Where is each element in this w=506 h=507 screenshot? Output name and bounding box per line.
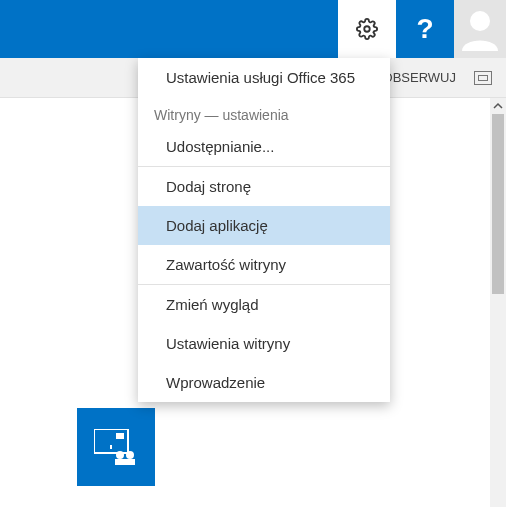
help-button[interactable]: ? (396, 0, 454, 58)
menu-section-header-sites: Witryny — ustawienia (138, 97, 390, 127)
svg-point-1 (470, 11, 490, 31)
svg-point-6 (126, 451, 134, 459)
scroll-thumb[interactable] (492, 114, 504, 294)
svg-rect-2 (94, 429, 128, 453)
promoted-tile[interactable] (77, 408, 155, 486)
person-icon (460, 7, 500, 51)
svg-rect-3 (116, 433, 124, 439)
menu-item-change-look[interactable]: Zmień wygląd (138, 285, 390, 324)
menu-item-site-settings[interactable]: Ustawienia witryny (138, 324, 390, 363)
menu-item-site-contents[interactable]: Zawartość witryny (138, 245, 390, 284)
menu-item-share[interactable]: Udostępnianie... (138, 127, 390, 166)
help-icon: ? (416, 13, 433, 45)
follow-label[interactable]: OBSERWUJ (383, 70, 456, 85)
focus-content-icon[interactable] (474, 71, 492, 85)
menu-item-getting-started[interactable]: Wprowadzenie (138, 363, 390, 402)
svg-rect-8 (125, 459, 135, 465)
gear-icon (356, 18, 378, 40)
settings-button[interactable] (338, 0, 396, 58)
org-chart-icon (94, 429, 138, 465)
suite-bar: ? (0, 0, 506, 58)
user-avatar[interactable] (454, 0, 506, 58)
svg-point-5 (116, 451, 124, 459)
settings-menu: Ustawienia usługi Office 365 Witryny — u… (138, 58, 390, 402)
menu-item-office365-settings[interactable]: Ustawienia usługi Office 365 (138, 58, 390, 97)
vertical-scrollbar[interactable] (490, 98, 506, 507)
menu-item-add-page[interactable]: Dodaj stronę (138, 167, 390, 206)
scroll-up-arrow[interactable] (490, 98, 506, 114)
chevron-up-icon (493, 101, 503, 111)
menu-item-add-app[interactable]: Dodaj aplikację (138, 206, 390, 245)
svg-point-0 (364, 26, 370, 32)
svg-rect-7 (115, 459, 125, 465)
